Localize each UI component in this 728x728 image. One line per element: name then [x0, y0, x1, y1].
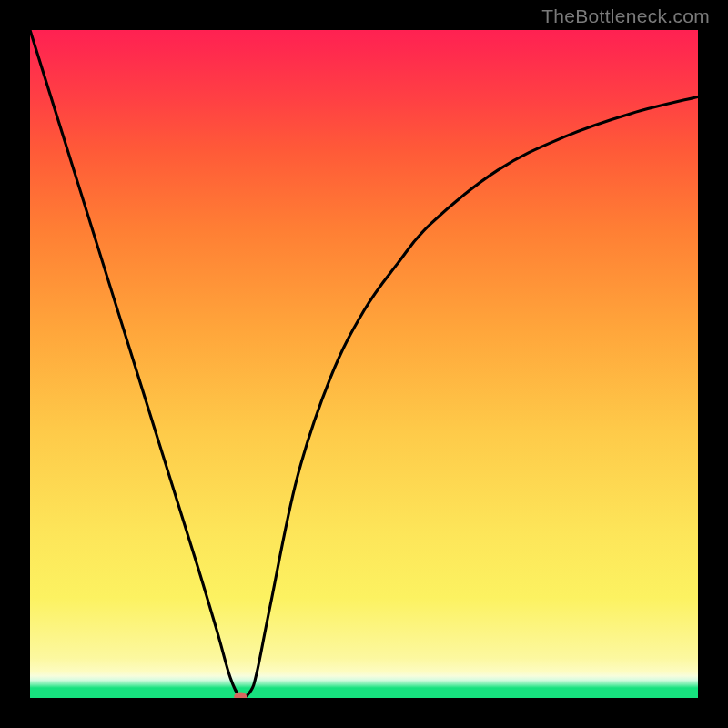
- plot-area: [30, 30, 698, 698]
- curve-path: [30, 30, 698, 697]
- chart-frame: TheBottleneck.com: [0, 0, 728, 728]
- bottleneck-curve: [30, 30, 698, 698]
- watermark-text: TheBottleneck.com: [541, 5, 710, 27]
